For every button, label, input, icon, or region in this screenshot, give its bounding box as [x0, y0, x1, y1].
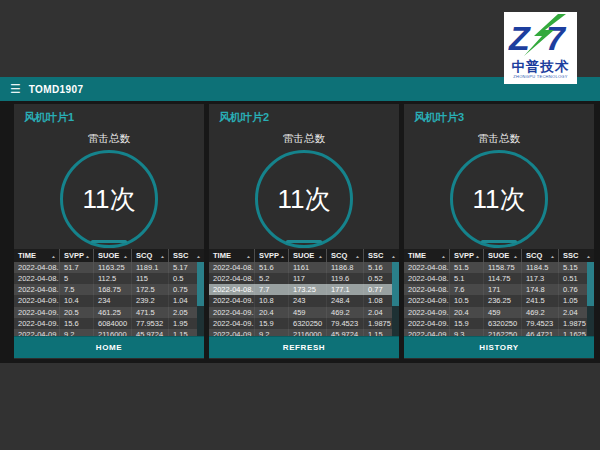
sort-icon[interactable]: ▲ — [513, 253, 518, 258]
table-row[interactable]: 2022-04-09...15.9632025079.45231.9875 — [209, 318, 392, 329]
table-cell: 5.16 — [364, 262, 392, 273]
table-row[interactable]: 2022-04-09...20.4459469.22.04 — [404, 307, 587, 318]
table-cell: 2022-04-08... — [209, 284, 255, 295]
column-header[interactable]: SSC▲ — [559, 249, 594, 262]
table-row[interactable]: 2022-04-08...7.7173.25177.10.77 — [209, 284, 392, 295]
table-row[interactable]: 2022-04-09...10.8243248.41.08 — [209, 295, 392, 306]
gauge-tick-mark — [91, 240, 127, 243]
table-cell: 2022-04-09... — [404, 318, 450, 329]
column-header[interactable]: SVPP▲ — [255, 249, 289, 262]
sort-icon[interactable]: ▲ — [475, 253, 480, 258]
table-cell: 1.04 — [169, 295, 197, 306]
table-cell: 241.5 — [522, 295, 559, 306]
table-cell: 171 — [484, 284, 522, 295]
column-header[interactable]: SVPP▲ — [450, 249, 484, 262]
blade-panel: 风机叶片2 雷击总数 11次 TIME▲SVPP▲SUOE▲SCQ▲SSC▲ 2… — [209, 104, 399, 359]
column-header[interactable]: TIME▲ — [14, 249, 60, 262]
gauge-value: 11次 — [83, 182, 136, 217]
column-header[interactable]: SSC▲ — [169, 249, 204, 262]
sort-icon[interactable]: ▲ — [441, 253, 446, 258]
table-cell: 239.2 — [132, 295, 169, 306]
scrollbar-thumb[interactable] — [197, 262, 204, 306]
sort-icon[interactable]: ▲ — [586, 253, 591, 258]
sort-icon[interactable]: ▲ — [280, 253, 285, 258]
hamburger-menu-icon[interactable]: ☰ — [10, 83, 21, 95]
table-scrollbar[interactable] — [587, 262, 594, 340]
panel-action-button[interactable]: HISTORY — [404, 336, 594, 358]
table-cell: 248.4 — [327, 295, 364, 306]
table-cell: 15.9 — [255, 318, 289, 329]
column-header[interactable]: TIME▲ — [209, 249, 255, 262]
table-row[interactable]: 2022-04-09...10.5236.25241.51.05 — [404, 295, 587, 306]
column-header-label: SVPP — [64, 251, 84, 260]
column-header[interactable]: SCQ▲ — [522, 249, 559, 262]
data-table: TIME▲SVPP▲SUOE▲SCQ▲SSC▲ 2022-04-08...51.… — [404, 249, 594, 340]
column-header[interactable]: SUOE▲ — [94, 249, 132, 262]
table-row[interactable]: 2022-04-09...20.4459469.22.04 — [209, 307, 392, 318]
table-cell: 459 — [484, 307, 522, 318]
table-body: 2022-04-08...51.71163.251189.15.172022-0… — [14, 262, 204, 340]
column-header[interactable]: SUOE▲ — [289, 249, 327, 262]
column-header[interactable]: TIME▲ — [404, 249, 450, 262]
table-row[interactable]: 2022-04-08...7.5168.75172.50.75 — [14, 284, 197, 295]
table-cell: 5 — [60, 273, 94, 284]
column-header[interactable]: SUOE▲ — [484, 249, 522, 262]
table-row[interactable]: 2022-04-08...5112.51150.5 — [14, 273, 197, 284]
table-cell: 1184.5 — [522, 262, 559, 273]
sort-icon[interactable]: ▲ — [246, 253, 251, 258]
lightning-count-gauge: 11次 — [60, 150, 158, 248]
table-cell: 5.17 — [169, 262, 197, 273]
table-row[interactable]: 2022-04-09...15.9632025079.45231.9875 — [404, 318, 587, 329]
table-cell: 5.1 — [450, 273, 484, 284]
table-row[interactable]: 2022-04-08...51.51158.751184.55.15 — [404, 262, 587, 273]
table-cell: 20.4 — [450, 307, 484, 318]
column-header-label: SCQ — [526, 251, 542, 260]
panel-action-button[interactable]: HOME — [14, 336, 204, 358]
sort-icon[interactable]: ▲ — [160, 253, 165, 258]
table-cell: 2022-04-09... — [14, 295, 60, 306]
logo-name-cn: 中普技术 — [504, 60, 577, 74]
table-scrollbar[interactable] — [197, 262, 204, 340]
sort-icon[interactable]: ▲ — [355, 253, 360, 258]
column-header-label: SSC — [563, 251, 578, 260]
table-row[interactable]: 2022-04-09...20.5461.25471.52.05 — [14, 307, 197, 318]
company-logo: Z 7 中普技术 ZHONGPU TECHNOLOGY — [504, 12, 577, 84]
column-header-label: TIME — [18, 251, 36, 260]
table-row[interactable]: 2022-04-09...15.6608400077.95321.95 — [14, 318, 197, 329]
table-cell: 6084000 — [94, 318, 132, 329]
table-row[interactable]: 2022-04-08...51.611611186.85.16 — [209, 262, 392, 273]
scrollbar-thumb[interactable] — [587, 262, 594, 306]
sort-icon[interactable]: ▲ — [196, 253, 201, 258]
table-cell: 10.5 — [450, 295, 484, 306]
table-row[interactable]: 2022-04-08...51.71163.251189.15.17 — [14, 262, 197, 273]
scrollbar-thumb[interactable] — [392, 262, 399, 306]
sort-icon[interactable]: ▲ — [51, 253, 56, 258]
table-cell: 79.4523 — [522, 318, 559, 329]
column-header[interactable]: SSC▲ — [364, 249, 399, 262]
table-row[interactable]: 2022-04-08...5.2117119.60.52 — [209, 273, 392, 284]
sort-icon[interactable]: ▲ — [85, 253, 90, 258]
table-cell: 117.3 — [522, 273, 559, 284]
table-scrollbar[interactable] — [392, 262, 399, 340]
table-row[interactable]: 2022-04-08...5.1114.75117.30.51 — [404, 273, 587, 284]
table-row[interactable]: 2022-04-09...10.4234239.21.04 — [14, 295, 197, 306]
column-header-label: SCQ — [331, 251, 347, 260]
sort-icon[interactable]: ▲ — [123, 253, 128, 258]
dashboard-content: 风机叶片1 雷击总数 11次 TIME▲SVPP▲SUOE▲SCQ▲SSC▲ 2… — [0, 101, 600, 363]
gauge-value: 11次 — [473, 182, 526, 217]
sort-icon[interactable]: ▲ — [550, 253, 555, 258]
table-row[interactable]: 2022-04-08...7.6171174.80.76 — [404, 284, 587, 295]
panel-title: 风机叶片1 — [14, 104, 204, 125]
table-cell: 1.05 — [559, 295, 587, 306]
gauge-label: 雷击总数 — [209, 132, 399, 146]
column-header[interactable]: SCQ▲ — [327, 249, 364, 262]
blade-panel: 风机叶片3 雷击总数 11次 TIME▲SVPP▲SUOE▲SCQ▲SSC▲ 2… — [404, 104, 594, 359]
sort-icon[interactable]: ▲ — [318, 253, 323, 258]
sort-icon[interactable]: ▲ — [391, 253, 396, 258]
blade-panel: 风机叶片1 雷击总数 11次 TIME▲SVPP▲SUOE▲SCQ▲SSC▲ 2… — [14, 104, 204, 359]
column-header[interactable]: SVPP▲ — [60, 249, 94, 262]
panel-action-button[interactable]: REFRESH — [209, 336, 399, 358]
table-cell: 2022-04-08... — [14, 284, 60, 295]
table-cell: 2022-04-08... — [14, 273, 60, 284]
column-header[interactable]: SCQ▲ — [132, 249, 169, 262]
